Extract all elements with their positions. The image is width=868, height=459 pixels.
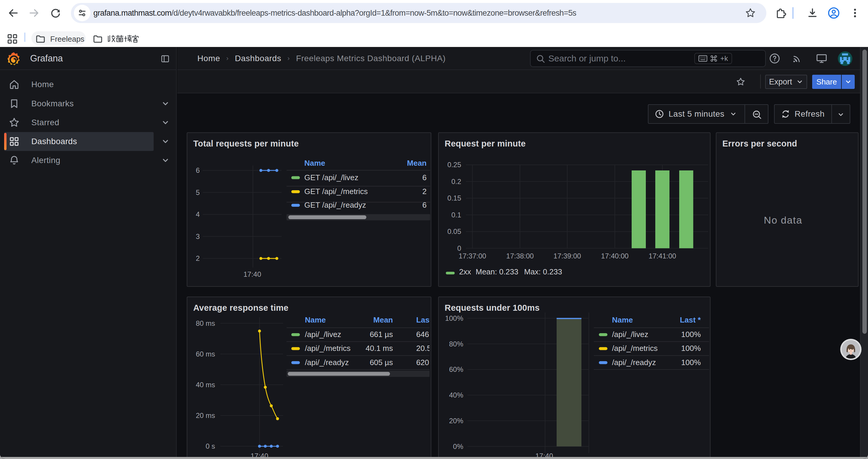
svg-text:0.1: 0.1 (452, 210, 461, 219)
svg-text:/api/_/readyz: /api/_/readyz (612, 358, 656, 366)
svg-text:17:39:00: 17:39:00 (553, 252, 581, 260)
svg-text:20.5 ms: 20.5 ms (416, 344, 430, 353)
svg-text:17:37:00: 17:37:00 (459, 252, 486, 260)
svg-text:40.1 ms: 40.1 ms (366, 344, 393, 353)
svg-text:GET /api/_/readyz: GET /api/_/readyz (304, 201, 366, 209)
svg-text:/api/_/livez: /api/_/livez (612, 330, 648, 339)
svg-text:/api/_/metrics: /api/_/metrics (305, 344, 351, 353)
svg-text:/api/_/livez: /api/_/livez (305, 330, 341, 339)
svg-text:/api/_/readyz: /api/_/readyz (305, 358, 349, 366)
svg-text:20%: 20% (449, 417, 463, 425)
svg-text:17:41:00: 17:41:00 (649, 252, 676, 260)
svg-text:80%: 80% (449, 340, 463, 348)
svg-text:2: 2 (423, 187, 427, 196)
svg-text:6: 6 (423, 173, 427, 182)
svg-text:0.25: 0.25 (447, 161, 461, 169)
svg-text:GET /api/_/livez: GET /api/_/livez (304, 173, 359, 182)
svg-text:0%: 0% (453, 442, 463, 450)
svg-text:620 µs: 620 µs (416, 358, 430, 366)
svg-text:2xx: 2xx (459, 267, 471, 276)
svg-text:Last *: Last * (416, 316, 430, 324)
svg-text:80 ms: 80 ms (196, 319, 215, 327)
svg-text:661 µs: 661 µs (370, 330, 393, 339)
svg-text:2: 2 (196, 254, 200, 262)
svg-text:Max: 0.233: Max: 0.233 (524, 267, 562, 276)
svg-text:Mean: Mean (373, 316, 393, 324)
svg-text:0: 0 (457, 244, 461, 252)
svg-text:Name: Name (612, 316, 633, 324)
svg-text:5: 5 (196, 188, 200, 196)
svg-text:4: 4 (196, 210, 200, 218)
svg-text:3: 3 (196, 232, 200, 240)
svg-text:Name: Name (304, 159, 325, 167)
svg-text:Name: Name (305, 316, 326, 324)
svg-text:0.15: 0.15 (447, 194, 461, 202)
svg-text:40 ms: 40 ms (196, 381, 215, 389)
svg-text:17:40: 17:40 (243, 270, 261, 278)
svg-text:0.05: 0.05 (447, 227, 461, 235)
svg-text:0 s: 0 s (206, 442, 215, 450)
svg-text:100%: 100% (445, 314, 463, 322)
svg-text:100%: 100% (681, 358, 701, 366)
svg-text:0.2: 0.2 (452, 177, 461, 185)
svg-text:20 ms: 20 ms (196, 412, 215, 419)
svg-text:60 ms: 60 ms (196, 350, 215, 358)
svg-text:Mean: Mean (407, 159, 427, 167)
svg-text:17:38:00: 17:38:00 (506, 252, 533, 260)
svg-text:6: 6 (423, 201, 427, 209)
svg-text:GET /api/_/metrics: GET /api/_/metrics (304, 187, 368, 196)
svg-text:/api/_/metrics: /api/_/metrics (612, 344, 658, 353)
svg-text:100%: 100% (681, 330, 701, 339)
svg-text:60%: 60% (449, 365, 463, 373)
svg-text:40%: 40% (449, 391, 463, 399)
svg-text:100%: 100% (681, 344, 701, 353)
svg-text:646 µs: 646 µs (416, 330, 430, 339)
svg-text:Last *: Last * (680, 316, 701, 324)
svg-text:17:40:00: 17:40:00 (601, 252, 628, 260)
svg-text:Mean: 0.233: Mean: 0.233 (476, 267, 519, 276)
svg-text:6: 6 (196, 166, 200, 174)
svg-text:605 µs: 605 µs (370, 358, 393, 366)
